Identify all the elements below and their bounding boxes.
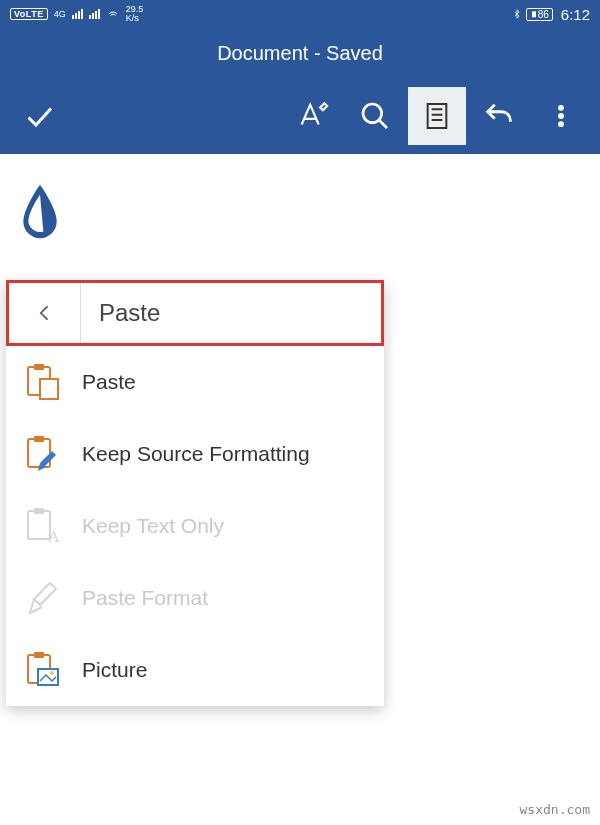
menu-label: Picture (82, 658, 147, 682)
clipboard-picture-icon (26, 651, 60, 689)
menu-label: Keep Source Formatting (82, 442, 310, 466)
document-canvas[interactable] (0, 154, 600, 273)
clipboard-brush-icon (26, 435, 60, 473)
svg-rect-0 (532, 11, 536, 17)
svg-rect-11 (28, 511, 50, 539)
ink-drop-icon (20, 184, 60, 239)
reading-view-button[interactable] (408, 87, 466, 145)
menu-label: Paste Format (82, 586, 208, 610)
svg-point-3 (559, 106, 564, 111)
signal-icon (72, 9, 83, 19)
format-text-button[interactable] (284, 87, 342, 145)
bluetooth-icon (512, 7, 522, 21)
paste-panel: Paste Paste Keep Source Formatting A Kee… (6, 280, 384, 706)
wifi-icon (106, 8, 120, 20)
menu-item-keep-source-formatting[interactable]: Keep Source Formatting (6, 418, 384, 490)
svg-rect-15 (34, 652, 44, 658)
more-button[interactable] (532, 87, 590, 145)
net-speed: 29.5 K/s (126, 5, 144, 23)
clock: 6:12 (561, 6, 590, 23)
signal-icon-2 (89, 9, 100, 19)
undo-button[interactable] (470, 87, 528, 145)
menu-item-picture[interactable]: Picture (6, 634, 384, 706)
chevron-left-icon (35, 303, 55, 323)
menu-label: Paste (82, 370, 136, 394)
svg-rect-12 (34, 508, 44, 514)
svg-rect-10 (34, 436, 44, 442)
svg-point-1 (363, 104, 382, 123)
menu-item-paste[interactable]: Paste (6, 346, 384, 418)
status-bar: VoLTE 4G 29.5 K/s 86 6:12 (0, 0, 600, 28)
svg-rect-7 (34, 364, 44, 370)
back-button[interactable] (9, 283, 81, 343)
svg-text:A: A (48, 528, 60, 545)
menu-item-paste-format: Paste Format (6, 562, 384, 634)
search-button[interactable] (346, 87, 404, 145)
svg-point-5 (559, 122, 564, 127)
svg-rect-8 (40, 379, 58, 399)
watermark: wsxdn.com (520, 802, 590, 817)
title-bar: Document - Saved (0, 28, 600, 78)
panel-title: Paste (81, 299, 160, 327)
document-title: Document - Saved (217, 42, 383, 65)
battery-icon (530, 9, 538, 19)
done-button[interactable] (10, 87, 68, 145)
svg-rect-2 (428, 104, 447, 128)
paintbrush-icon (26, 579, 60, 617)
clipboard-paste-icon (26, 363, 60, 401)
clipboard-text-icon: A (26, 507, 60, 545)
battery-indicator: 86 (526, 8, 553, 21)
volte-badge: VoLTE (10, 8, 48, 20)
menu-label: Keep Text Only (82, 514, 224, 538)
svg-point-17 (50, 671, 54, 675)
network-label: 4G (54, 9, 66, 19)
toolbar (0, 78, 600, 154)
svg-point-4 (559, 114, 564, 119)
panel-header: Paste (6, 280, 384, 346)
menu-item-keep-text-only: A Keep Text Only (6, 490, 384, 562)
